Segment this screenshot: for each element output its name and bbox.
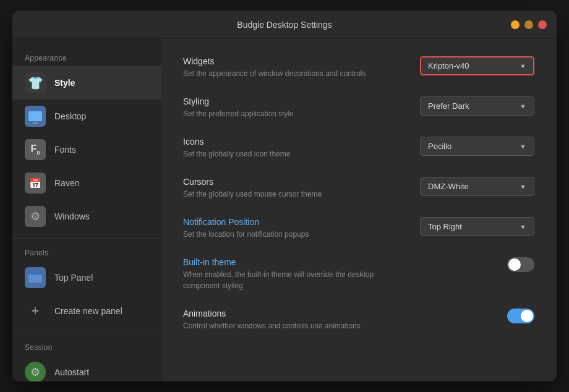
windows-icon: ⚙ (25, 206, 46, 227)
cursors-dropdown-arrow: ▼ (520, 183, 526, 190)
setting-desc-cursors: Set the globally used mouse cursor theme (183, 189, 393, 200)
divider-1 (12, 238, 161, 239)
top-panel-icon (25, 267, 46, 288)
close-button[interactable] (538, 20, 547, 29)
widgets-dropdown[interactable]: Kripton-v40 ▼ (420, 56, 534, 75)
setting-desc-notification-position: Set the location for notification popups (183, 229, 393, 240)
main-content: Appearance 👕 Style Desktop F0 Fonts (12, 39, 557, 381)
setting-info-built-in-theme: Built-in theme When enabled, the built-i… (183, 257, 408, 291)
section-label-appearance: Appearance (12, 49, 161, 66)
sidebar-item-fonts[interactable]: F0 Fonts (12, 133, 161, 166)
sidebar-item-label-top-panel: Top Panel (54, 273, 93, 283)
setting-title-icons: Icons (183, 137, 408, 147)
widgets-dropdown-value: Kripton-v40 (428, 61, 469, 70)
divider-2 (12, 333, 161, 333)
setting-title-widgets: Widgets (183, 56, 408, 66)
sidebar-item-raven[interactable]: 📅 Raven (12, 166, 161, 200)
window-title: Budgie Desktop Settings (237, 20, 332, 30)
setting-info-notification-position: Notification Position Set the location f… (183, 217, 408, 240)
sidebar-item-desktop[interactable]: Desktop (12, 100, 161, 133)
setting-control-icons: Pocillo ▼ (420, 137, 534, 156)
fonts-icon: F0 (25, 139, 46, 160)
setting-info-styling: Styling Set the preferred application st… (183, 96, 408, 119)
setting-title-styling: Styling (183, 96, 408, 106)
setting-info-icons: Icons Set the globally used icon theme (183, 137, 408, 160)
setting-control-styling: Prefer Dark ▼ (420, 96, 534, 116)
setting-desc-icons: Set the globally used icon theme (183, 148, 393, 160)
section-label-session: Session (12, 338, 161, 356)
sidebar-item-autostart[interactable]: ⚙ Autostart (12, 356, 161, 381)
section-label-panels: Panels (12, 244, 161, 261)
create-new-panel-icon: + (25, 300, 46, 322)
notification-position-dropdown-arrow: ▼ (520, 223, 526, 231)
setting-control-cursors: DMZ-White ▼ (420, 177, 534, 196)
raven-icon: 📅 (25, 173, 46, 194)
icons-dropdown-value: Pocillo (428, 142, 451, 151)
setting-row-widgets: Widgets Set the appearance of window dec… (183, 56, 534, 79)
styling-dropdown-value: Prefer Dark (428, 101, 469, 111)
setting-info-cursors: Cursors Set the globally used mouse curs… (183, 177, 408, 200)
window-controls (511, 20, 547, 29)
setting-title-built-in-theme: Built-in theme (183, 257, 408, 267)
maximize-button[interactable] (524, 20, 533, 29)
cursors-dropdown[interactable]: DMZ-White ▼ (420, 177, 534, 196)
styling-dropdown-arrow: ▼ (520, 103, 526, 110)
minimize-button[interactable] (511, 20, 520, 29)
setting-row-notification-position: Notification Position Set the location f… (183, 217, 534, 240)
sidebar-item-label-raven: Raven (54, 178, 79, 188)
titlebar: Budgie Desktop Settings (12, 11, 557, 39)
app-window: Budgie Desktop Settings Appearance 👕 Sty… (12, 11, 557, 381)
built-in-theme-toggle[interactable] (507, 257, 534, 272)
setting-desc-styling: Set the preferred application style (183, 108, 393, 119)
sidebar-item-label-windows: Windows (54, 211, 90, 221)
setting-title-cursors: Cursors (183, 177, 408, 187)
setting-row-built-in-theme: Built-in theme When enabled, the built-i… (183, 257, 534, 291)
sidebar-item-top-panel[interactable]: Top Panel (12, 261, 161, 294)
setting-control-notification-position: Top Right ▼ (420, 217, 534, 236)
cursors-dropdown-value: DMZ-White (428, 182, 469, 191)
autostart-icon: ⚙ (25, 362, 46, 381)
setting-control-built-in-theme (420, 257, 534, 272)
sidebar-item-label-create-new-panel: Create new panel (54, 306, 122, 316)
sidebar-item-label-desktop: Desktop (54, 111, 86, 121)
sidebar-item-style[interactable]: 👕 Style (12, 66, 161, 100)
sidebar-item-label-autostart: Autostart (54, 367, 89, 377)
setting-title-animations: Animations (183, 309, 408, 318)
setting-control-animations (420, 309, 534, 323)
sidebar-item-windows[interactable]: ⚙ Windows (12, 200, 161, 233)
sidebar-item-label-fonts: Fonts (54, 145, 76, 155)
setting-desc-animations: Control whether windows and controls use… (183, 320, 393, 331)
built-in-theme-toggle-knob (508, 258, 521, 271)
sidebar: Appearance 👕 Style Desktop F0 Fonts (12, 39, 161, 381)
styling-dropdown[interactable]: Prefer Dark ▼ (420, 96, 534, 116)
notification-position-dropdown[interactable]: Top Right ▼ (420, 217, 534, 236)
widgets-dropdown-arrow: ▼ (520, 62, 526, 70)
setting-desc-built-in-theme: When enabled, the built-in theme will ov… (183, 269, 393, 291)
animations-toggle[interactable] (507, 309, 534, 323)
setting-info-widgets: Widgets Set the appearance of window dec… (183, 56, 408, 79)
setting-row-animations: Animations Control whether windows and c… (183, 309, 534, 331)
content-area: Widgets Set the appearance of window dec… (161, 39, 557, 381)
animations-toggle-knob (521, 310, 533, 322)
setting-row-styling: Styling Set the preferred application st… (183, 96, 534, 119)
style-icon: 👕 (25, 72, 46, 93)
sidebar-item-create-new-panel[interactable]: + Create new panel (12, 294, 161, 328)
desktop-icon (25, 106, 46, 127)
setting-desc-widgets: Set the appearance of window decorations… (183, 68, 393, 79)
setting-row-cursors: Cursors Set the globally used mouse curs… (183, 177, 534, 200)
setting-control-widgets: Kripton-v40 ▼ (420, 56, 534, 75)
icons-dropdown[interactable]: Pocillo ▼ (420, 137, 534, 156)
sidebar-item-label-style: Style (54, 78, 75, 88)
icons-dropdown-arrow: ▼ (520, 143, 526, 150)
notification-position-dropdown-value: Top Right (428, 222, 462, 231)
setting-info-animations: Animations Control whether windows and c… (183, 309, 408, 331)
setting-row-icons: Icons Set the globally used icon theme P… (183, 137, 534, 160)
setting-title-notification-position: Notification Position (183, 217, 408, 227)
